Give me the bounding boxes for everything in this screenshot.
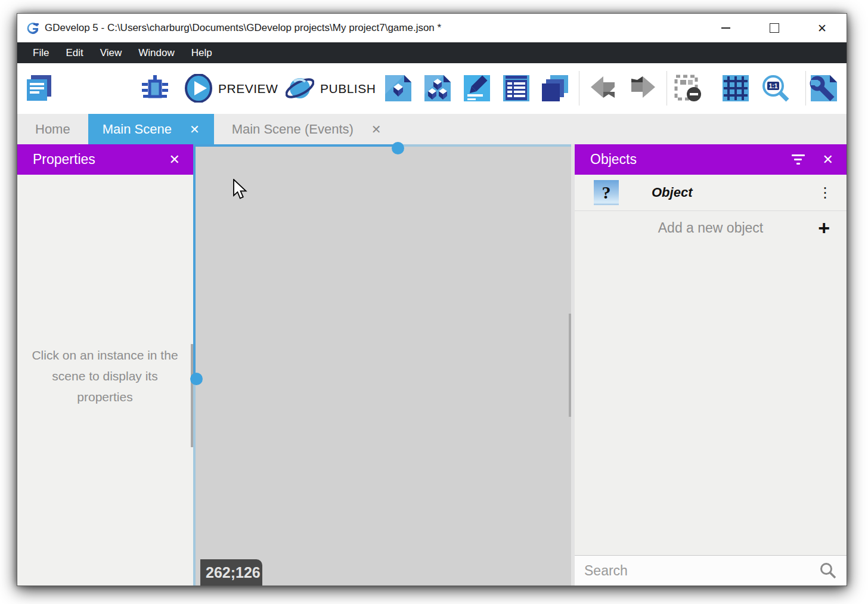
menu-help[interactable]: Help (183, 42, 221, 63)
toolbar: PREVIEW PUBLISH (17, 63, 847, 114)
debugger-icon[interactable] (141, 74, 169, 103)
menu-bar: File Edit View Window Help (17, 42, 847, 63)
scene-window-border-top (193, 144, 398, 147)
toolbar-separator (579, 71, 579, 106)
menu-view[interactable]: View (92, 42, 131, 63)
scene-editor-icon[interactable] (384, 74, 413, 103)
window-title: GDevelop 5 - C:\Users\charburg\Documents… (45, 22, 441, 34)
object-search-bar (575, 555, 847, 586)
add-object-plus-icon[interactable]: + (818, 218, 830, 238)
cursor-coordinates-badge: 262;126 (200, 559, 262, 586)
scene-canvas[interactable]: 262;126 (193, 144, 571, 586)
properties-close-icon[interactable]: ✕ (169, 152, 180, 168)
scene-window-border-left (193, 144, 196, 379)
add-object-label: Add a new object (575, 220, 847, 236)
mouse-cursor-icon (232, 179, 248, 202)
close-window-button[interactable]: ✕ (811, 14, 833, 42)
tab-main-scene[interactable]: Main Scene ✕ (88, 114, 214, 144)
objects-panel: Objects ✕ ? Object ⋮ Add a new object + (575, 144, 847, 586)
minimize-icon (721, 27, 730, 29)
object-thumbnail-icon: ? (594, 180, 619, 205)
preview-play-icon[interactable] (184, 74, 213, 103)
maximize-icon (770, 23, 779, 33)
search-icon[interactable] (819, 562, 837, 580)
objects-close-icon[interactable]: ✕ (823, 152, 833, 168)
object-search-input[interactable] (583, 562, 806, 580)
tab-main-scene-events-close-icon[interactable]: ✕ (371, 122, 382, 137)
tab-main-scene-label: Main Scene (103, 122, 172, 137)
canvas-scrollbar[interactable] (569, 314, 571, 417)
add-object-row[interactable]: Add a new object + (575, 211, 847, 244)
properties-panel: Properties ✕ Click on an instance in the… (17, 144, 193, 586)
preview-button[interactable]: PREVIEW (218, 63, 278, 114)
tab-main-scene-close-icon[interactable]: ✕ (190, 122, 200, 137)
publish-button[interactable]: PUBLISH (320, 63, 376, 114)
properties-title: Properties (33, 151, 169, 168)
project-manager-icon[interactable] (25, 74, 54, 103)
gdevelop-logo-icon (26, 21, 40, 35)
objects-header: Objects ✕ (575, 144, 847, 175)
edit-pencil-icon[interactable] (463, 74, 491, 103)
zoom-actual-size-icon[interactable]: 1:1 (761, 74, 790, 103)
toolbar-separator (805, 71, 806, 106)
properties-header: Properties ✕ (17, 144, 193, 175)
objects-title: Objects (590, 151, 792, 168)
minimize-button[interactable] (715, 14, 736, 42)
object-menu-kebab-icon[interactable]: ⋮ (818, 184, 832, 201)
publish-globe-icon[interactable] (286, 74, 314, 103)
mask-toggle-icon[interactable] (674, 74, 702, 103)
object-list-item[interactable]: ? Object ⋮ (575, 175, 847, 211)
grid-icon[interactable] (721, 74, 750, 103)
filter-icon[interactable] (792, 154, 805, 165)
tab-main-scene-events[interactable]: Main Scene (Events) ✕ (214, 114, 399, 144)
events-sheet-icon[interactable] (502, 74, 531, 103)
tab-bar: Home Main Scene ✕ Main Scene (Events) ✕ (17, 114, 847, 144)
properties-body: Click on an instance in the scene to dis… (17, 175, 193, 586)
tab-home-label: Home (35, 122, 70, 137)
tab-main-scene-events-label: Main Scene (Events) (232, 122, 354, 137)
maximize-button[interactable] (764, 14, 785, 42)
app-window: GDevelop 5 - C:\Users\charburg\Documents… (17, 13, 847, 586)
layers-icon[interactable] (541, 74, 569, 103)
zoom-ratio-label: 1:1 (769, 83, 778, 89)
object-name: Object (652, 185, 692, 200)
scene-window-border-top-extension (398, 144, 571, 147)
menu-window[interactable]: Window (130, 42, 182, 63)
properties-empty-message: Click on an instance in the scene to dis… (24, 345, 185, 407)
scene-window-border-left-extension (193, 379, 196, 586)
objects-empty-area (575, 244, 847, 555)
menu-file[interactable]: File (24, 42, 57, 63)
undo-icon[interactable] (588, 74, 617, 103)
title-bar: GDevelop 5 - C:\Users\charburg\Documents… (17, 14, 847, 42)
menu-edit[interactable]: Edit (57, 42, 91, 63)
tools-wrench-icon[interactable] (810, 74, 838, 103)
toolbar-separator (666, 71, 667, 106)
objects-editor-icon[interactable] (423, 74, 452, 103)
main-content: Properties ✕ Click on an instance in the… (17, 144, 847, 586)
resize-handle-left[interactable] (190, 373, 203, 385)
tab-home[interactable]: Home (17, 114, 88, 144)
resize-handle-top[interactable] (392, 142, 404, 154)
redo-icon[interactable] (629, 74, 658, 103)
